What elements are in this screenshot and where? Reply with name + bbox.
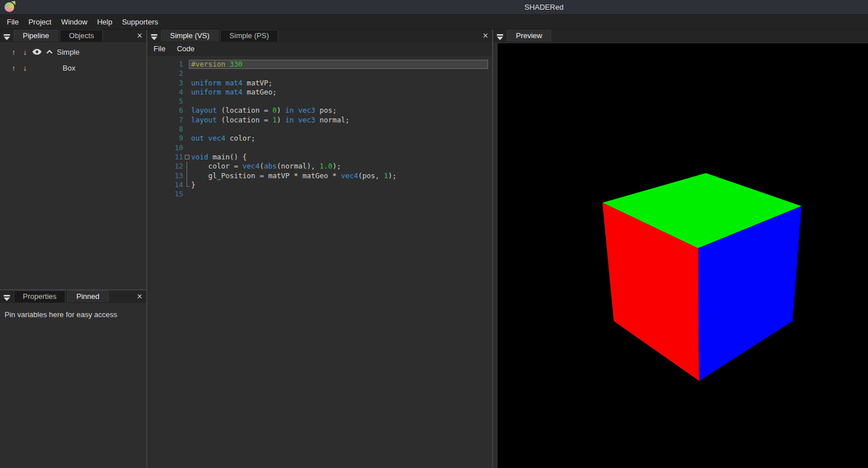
window-list-icon[interactable] — [151, 32, 158, 39]
tab-properties[interactable]: Properties — [14, 290, 65, 302]
tab-simple-vs[interactable]: Simple (VS) — [161, 30, 218, 42]
collapse-chevron-icon[interactable] — [43, 47, 56, 57]
code-line: 12 color = vec4(abs(normal), 1.0); — [147, 162, 492, 171]
line-number: 14 — [147, 180, 183, 190]
tab-simple-ps[interactable]: Simple (PS) — [220, 30, 278, 42]
fold-guide-end — [187, 180, 187, 186]
tab-pinned[interactable]: Pinned — [67, 290, 108, 302]
code-line: 14} — [147, 180, 492, 190]
fold-gutter — [183, 106, 191, 115]
fold-gutter — [183, 79, 191, 88]
line-number: 9 — [147, 134, 183, 143]
code-line: 2 — [147, 69, 492, 78]
close-icon[interactable]: × — [137, 291, 142, 302]
properties-panel: Pin variables here for easy access Prope… — [0, 290, 146, 468]
fold-gutter — [183, 88, 191, 97]
fold-gutter — [183, 97, 191, 106]
move-up-icon[interactable]: ↑ — [8, 48, 19, 56]
code-text: color = vec4(abs(normal), 1.0); — [191, 162, 341, 171]
code-text: out vec4 color; — [191, 134, 255, 143]
fold-gutter — [183, 143, 191, 153]
code-line: 8 — [147, 125, 492, 134]
close-icon[interactable]: × — [137, 30, 142, 42]
move-down-icon[interactable]: ↓ — [19, 48, 31, 56]
render-preview-canvas[interactable] — [498, 43, 868, 468]
fold-gutter — [183, 69, 191, 78]
preview-panel: Preview — [493, 30, 868, 468]
close-icon[interactable]: × — [483, 30, 488, 42]
menu-window[interactable]: Window — [61, 18, 87, 26]
code-text: uniform mat4 matGeo; — [191, 88, 277, 97]
code-line: 10 — [147, 143, 492, 153]
move-up-icon[interactable]: ↑ — [8, 64, 19, 72]
editor-menu-file[interactable]: File — [154, 44, 166, 53]
tab-objects[interactable]: Objects — [60, 30, 103, 42]
visibility-eye-icon[interactable] — [31, 47, 43, 57]
code-line: 13 gl_Position = matVP * matGeo * vec4(p… — [147, 171, 492, 180]
code-line: 6layout (location = 0) in vec3 pos; — [147, 106, 492, 115]
menu-supporters[interactable]: Supporters — [122, 18, 158, 26]
pipeline-item-label[interactable]: Simple — [57, 47, 80, 58]
app-menu-bar: FileProjectWindowHelpSupporters — [0, 15, 868, 30]
pipeline-panel: PipelineObjects×↑↓Simple↑↓Box — [0, 30, 146, 289]
fold-gutter — [183, 116, 191, 125]
line-number: 1 — [147, 60, 183, 69]
editor-menu-bar: FileCode — [147, 42, 492, 56]
tab-bar-pipeline: PipelineObjects× — [0, 30, 146, 42]
fold-guide — [187, 171, 187, 180]
fold-gutter — [183, 162, 191, 171]
rendered-cube — [498, 43, 868, 468]
code-line: 5 — [147, 97, 492, 106]
line-number: 2 — [147, 69, 183, 78]
tab-bar-properties: PropertiesPinned× — [0, 290, 146, 303]
window-title: SHADERed — [524, 0, 564, 15]
code-text: gl_Position = matVP * matGeo * vec4(pos,… — [191, 171, 396, 180]
tab-bar-preview: Preview — [493, 30, 868, 42]
code-line: 3uniform mat4 matVP; — [147, 79, 492, 88]
line-number: 10 — [147, 143, 183, 153]
fold-gutter — [183, 180, 191, 190]
move-down-icon[interactable]: ↓ — [19, 64, 31, 72]
fold-gutter — [183, 171, 191, 180]
code-editor-panel: Simple (VS)Simple (PS)×FileCode1#version… — [147, 30, 492, 468]
splitter-left[interactable] — [146, 30, 147, 468]
pipeline-item-box: ↑↓Box — [0, 63, 146, 73]
code-line: 15 — [147, 190, 492, 199]
line-number: 11 — [147, 153, 183, 162]
editor-menu-code[interactable]: Code — [177, 44, 195, 53]
code-line: 9out vec4 color; — [147, 134, 492, 143]
glsl-code-editor[interactable]: 1#version 33023uniform mat4 matVP;4unifo… — [147, 56, 492, 468]
fold-gutter — [183, 190, 191, 199]
code-line: 7layout (location = 1) in vec3 normal; — [147, 116, 492, 125]
menu-project[interactable]: Project — [28, 18, 51, 26]
code-text: uniform mat4 matVP; — [191, 79, 272, 88]
line-number: 15 — [147, 190, 183, 199]
menu-file[interactable]: File — [7, 18, 19, 26]
line-number: 13 — [147, 171, 183, 180]
splitter-right[interactable] — [492, 30, 493, 468]
line-number: 5 — [147, 97, 183, 106]
pipeline-item-label[interactable]: Box — [63, 63, 75, 73]
title-bar: SHADERed — [0, 0, 868, 15]
code-text: layout (location = 0) in vec3 pos; — [191, 106, 337, 115]
line-number: 6 — [147, 106, 183, 115]
line-number: 12 — [147, 162, 183, 171]
tab-bar-editor: Simple (VS)Simple (PS)× — [147, 30, 492, 42]
window-list-icon[interactable] — [497, 32, 503, 39]
fold-marker-icon[interactable] — [185, 155, 189, 159]
menu-help[interactable]: Help — [97, 18, 113, 26]
line-number: 7 — [147, 116, 183, 125]
code-text: void main() { — [191, 153, 247, 162]
code-text: #version 330 — [191, 60, 242, 69]
pinned-empty-message: Pin variables here for easy access — [5, 310, 117, 319]
code-line: 1#version 330 — [147, 60, 492, 69]
fold-gutter — [183, 134, 191, 143]
splitter-horizontal[interactable] — [0, 289, 146, 290]
fold-gutter — [183, 153, 191, 162]
code-line: 4uniform mat4 matGeo; — [147, 88, 492, 97]
tab-preview[interactable]: Preview — [507, 30, 551, 42]
window-list-icon[interactable] — [3, 32, 10, 39]
code-text: } — [191, 180, 196, 190]
window-list-icon[interactable] — [3, 293, 10, 299]
tab-pipeline[interactable]: Pipeline — [14, 30, 58, 42]
